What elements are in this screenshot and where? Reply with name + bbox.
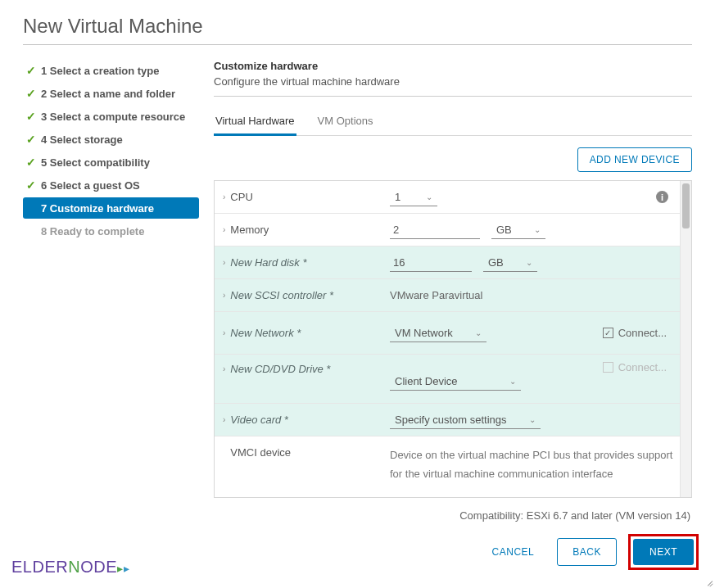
divider (214, 96, 692, 97)
divider (23, 44, 692, 45)
resize-handle-icon[interactable] (705, 578, 713, 586)
checkmark-icon: ✓ (26, 110, 41, 123)
step-label: 3 Select a compute resource (41, 111, 185, 123)
info-icon[interactable]: i (656, 191, 668, 203)
disk-size-input[interactable] (390, 254, 472, 272)
scrollbar[interactable] (680, 181, 691, 497)
next-button[interactable]: NEXT (633, 539, 694, 565)
checkbox-icon: ✓ (603, 328, 613, 338)
hardware-table: › CPU 1 ⌄ i › Memory (215, 181, 680, 497)
checkmark-icon: ✓ (26, 64, 41, 77)
disk-unit-select[interactable]: GB ⌄ (483, 254, 537, 272)
row-label: VMCI device (230, 446, 291, 459)
play-icon: ▸ (117, 562, 124, 575)
memory-input[interactable] (390, 221, 480, 239)
cd-connect-checkbox: Connect... (603, 361, 667, 373)
cancel-button[interactable]: CANCEL (481, 539, 546, 565)
row-expand[interactable]: › New Hard disk * (219, 256, 390, 269)
section-title: Customize hardware (214, 60, 692, 72)
eldernode-logo: ELDERNODE▸▸ (11, 558, 129, 577)
compatibility-label: Compatibility: ESXi 6.7 and later (VM ve… (214, 509, 692, 522)
chevron-down-icon: ⌄ (534, 225, 541, 234)
row-expand[interactable]: › New SCSI controller * (219, 289, 390, 301)
next-highlight: NEXT (628, 534, 699, 570)
step-label: 4 Select storage (41, 133, 123, 146)
row-label: New Network * (230, 327, 301, 339)
network-select[interactable]: VM Network ⌄ (390, 324, 486, 342)
chevron-right-icon: › (223, 291, 225, 300)
step-label: 6 Select a guest OS (41, 179, 140, 192)
row-hard-disk: › New Hard disk * GB ⌄ (215, 247, 680, 279)
chevron-right-icon: › (223, 415, 225, 424)
chevron-right-icon: › (223, 328, 225, 337)
chevron-down-icon: ⌄ (529, 415, 536, 424)
step-storage[interactable]: ✓4 Select storage (23, 129, 199, 150)
chevron-down-icon: ⌄ (509, 377, 516, 386)
step-compatibility[interactable]: ✓5 Select compatibility (23, 152, 199, 173)
step-label: 5 Select compatibility (41, 156, 150, 169)
tabs: Virtual Hardware VM Options (214, 108, 692, 136)
row-expand[interactable]: › Memory (219, 224, 390, 236)
step-label: 8 Ready to complete (41, 225, 144, 237)
tab-vm-options[interactable]: VM Options (316, 108, 375, 135)
row-label: New SCSI controller * (230, 289, 333, 301)
row-vmci: › VMCI device Device on the virtual mach… (215, 436, 680, 497)
row-expand[interactable]: › New Network * (219, 327, 390, 339)
chevron-right-icon: › (223, 364, 225, 373)
row-label: Memory (230, 224, 269, 236)
row-video-card: › Video card * Specify custom settings ⌄ (215, 404, 680, 436)
row-label: Video card * (230, 414, 288, 426)
step-label: 2 Select a name and folder (41, 88, 175, 100)
checkmark-icon: ✓ (26, 87, 41, 100)
row-label: CPU (230, 191, 252, 203)
page-title: New Virtual Machine (23, 15, 692, 38)
row-expand[interactable]: › Video card * (219, 414, 390, 426)
wizard-sidebar: ✓1 Select a creation type ✓2 Select a na… (23, 60, 199, 528)
scrollbar-thumb[interactable] (682, 183, 690, 228)
row-expand[interactable]: › CPU (219, 191, 390, 203)
step-compute-resource[interactable]: ✓3 Select a compute resource (23, 106, 199, 127)
add-new-device-button[interactable]: ADD NEW DEVICE (577, 147, 692, 172)
step-customize-hardware[interactable]: ✓7 Customize hardware (23, 197, 199, 219)
row-label: New CD/DVD Drive * (230, 363, 330, 375)
network-connect-checkbox[interactable]: ✓Connect... (603, 327, 667, 339)
back-button[interactable]: BACK (557, 538, 617, 566)
tab-virtual-hardware[interactable]: Virtual Hardware (214, 108, 296, 135)
checkmark-icon: ✓ (26, 133, 41, 146)
chevron-right-icon: › (223, 258, 225, 267)
row-network: › New Network * VM Network ⌄ ✓Connect... (215, 312, 680, 355)
cpu-select[interactable]: 1 ⌄ (390, 188, 437, 206)
row-memory: › Memory GB ⌄ (215, 214, 680, 247)
row-scsi-controller: › New SCSI controller * VMware Paravirtu… (215, 279, 680, 312)
video-select[interactable]: Specify custom settings ⌄ (390, 411, 541, 429)
step-label: 7 Customize hardware (41, 202, 154, 215)
row-label: New Hard disk * (230, 256, 306, 269)
play-icon: ▸ (124, 562, 130, 575)
chevron-right-icon: › (223, 225, 225, 234)
memory-unit-select[interactable]: GB ⌄ (491, 221, 545, 239)
checkbox-icon (603, 362, 613, 373)
chevron-down-icon: ⌄ (426, 192, 432, 201)
step-label: 1 Select a creation type (41, 65, 160, 77)
row-cpu: › CPU 1 ⌄ i (215, 181, 680, 214)
vmci-description: Device on the virtual machine PCI bus th… (390, 443, 673, 491)
checkmark-icon: ✓ (26, 179, 41, 192)
step-ready-complete: ✓8 Ready to complete (23, 220, 199, 242)
checkmark-icon: ✓ (26, 156, 41, 169)
step-guest-os[interactable]: ✓6 Select a guest OS (23, 174, 199, 196)
row-cd-dvd: › New CD/DVD Drive * Client Device⌄ Conn… (215, 355, 680, 404)
section-subtitle: Configure the virtual machine hardware (214, 75, 692, 88)
chevron-down-icon: ⌄ (526, 258, 532, 267)
chevron-down-icon: ⌄ (475, 328, 482, 337)
scsi-value: VMware Paravirtual (390, 289, 482, 301)
step-creation-type[interactable]: ✓1 Select a creation type (23, 60, 199, 81)
chevron-right-icon: › (223, 192, 225, 201)
cd-device-select[interactable]: Client Device⌄ (390, 373, 521, 391)
step-name-folder[interactable]: ✓2 Select a name and folder (23, 83, 199, 104)
row-expand[interactable]: › New CD/DVD Drive * (219, 361, 390, 375)
